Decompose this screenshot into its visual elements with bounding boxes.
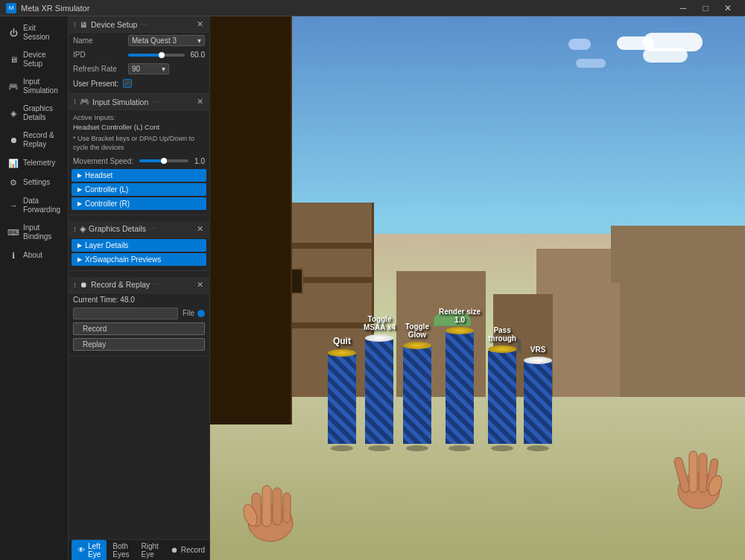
cylinder-rendersize-shadow	[448, 445, 471, 451]
telemetry-icon: 📊	[8, 158, 19, 168]
name-label: Name	[73, 36, 125, 45]
gfx-icon: ◈	[80, 224, 86, 233]
svg-rect-2	[262, 486, 271, 526]
device-setup-close-button[interactable]: ✕	[195, 19, 205, 29]
device-setup-title: Device Setup	[91, 20, 137, 29]
middle-scrollable: ⫶ 🖥 Device Setup ⋯ ✕ Name Meta Quest 3 ▾	[69, 16, 209, 539]
sidebar-label-input: Input Simulation	[23, 77, 60, 95]
sidebar-item-data-forwarding[interactable]: → Data Forwarding	[2, 193, 66, 218]
title-bar: M Meta XR Simulator ─ □ ✕	[0, 0, 745, 16]
controller-r-button[interactable]: ▶ Controller (R)	[72, 197, 206, 210]
file-input[interactable]	[73, 308, 178, 319]
record-button[interactable]: Record	[73, 322, 205, 335]
device-setup-dots: ⋯	[140, 20, 148, 29]
user-present-label: User Present:	[73, 80, 118, 88]
sidebar-item-exit-session[interactable]: ⏻ Exit Session	[2, 20, 66, 45]
rr-icon: ⏺	[80, 280, 88, 289]
hand-left-svg	[237, 467, 304, 549]
sidebar-item-input-simulation[interactable]: 🎮 Input Simulation	[2, 74, 66, 99]
layer-details-label: Layer Details	[85, 241, 128, 249]
ctrl-l-arrow: ▶	[77, 186, 82, 193]
cylinders-area: Quit ToggleMSAA x4 ToggleGlow	[328, 308, 552, 451]
sidebar-label-graphics: Graphics Details	[23, 104, 60, 122]
sidebar-item-input-bindings[interactable]: ⌨ Input Bindings	[2, 220, 66, 245]
right-eye-label: Right Eye	[141, 542, 158, 559]
middle-panel: ⫶ 🖥 Device Setup ⋯ ✕ Name Meta Quest 3 ▾	[69, 16, 210, 560]
app-icon: M	[6, 3, 16, 13]
sidebar-item-about[interactable]: ℹ About	[2, 246, 66, 264]
user-present-row: User Present: ✓	[69, 77, 209, 90]
exit-icon: ⏻	[8, 28, 19, 38]
record-bottom-icon: ⏺	[171, 546, 178, 554]
cylinder-msaa-shadow	[368, 445, 390, 451]
close-button[interactable]: ✕	[717, 0, 739, 16]
maximize-button[interactable]: □	[694, 0, 717, 16]
sidebar-item-settings[interactable]: ⚙ Settings	[2, 174, 66, 191]
svg-rect-4	[283, 493, 291, 523]
sidebar-item-device-setup[interactable]: 🖥 Device Setup	[2, 47, 66, 72]
left-eye-item[interactable]: 👁 Left Eye	[72, 540, 107, 561]
sidebar-item-telemetry[interactable]: 📊 Telemetry	[2, 154, 66, 172]
input-simulation-header: ⫶ 🎮 Input Simulation ⋯ ✕	[69, 94, 209, 110]
cylinder-glow-label: ToggleGlow	[405, 322, 429, 339]
rr-close-button[interactable]: ✕	[195, 280, 205, 290]
hand-right-container	[669, 442, 729, 517]
cylinder-glow-top	[403, 342, 431, 349]
ipd-label: IPD	[73, 51, 125, 59]
active-inputs-section: Active Inputs: Headset Controller (L) Co…	[69, 110, 209, 155]
graphics-details-section: ⫶ ◈ Graphics Details ⋯ ✕ ▶ Layer Details…	[69, 221, 209, 271]
minimize-button[interactable]: ─	[672, 0, 694, 16]
ipd-slider[interactable]	[128, 54, 185, 57]
ipd-row: IPD 60.0	[69, 48, 209, 61]
cylinder-passthrough-shadow	[491, 445, 513, 451]
ipd-value: 60.0	[191, 51, 205, 59]
input-sim-dots: ⋯	[151, 98, 159, 106]
building-mid3	[553, 283, 620, 397]
sidebar-label-about: About	[23, 251, 42, 260]
refresh-rate-label: Refresh Rate	[73, 65, 125, 73]
xrswapchain-button[interactable]: ▶ XrSwapchain Previews	[72, 253, 206, 266]
vr-viewport: Quit ToggleMSAA x4 ToggleGlow	[210, 16, 745, 560]
gfx-close-button[interactable]: ✕	[195, 224, 205, 234]
movement-speed-label: Movement Speed:	[73, 157, 136, 165]
movement-speed-slider[interactable]	[139, 159, 188, 162]
ctrl-r-label: Controller (R)	[85, 200, 130, 208]
cylinder-msaa: ToggleMSAA x4	[364, 315, 396, 451]
cylinder-vrs-shadow	[527, 445, 549, 451]
sidebar-item-record-replay[interactable]: ⏺ Record & Replay	[2, 127, 66, 153]
file-browse-button[interactable]	[197, 310, 205, 317]
movement-speed-row: Movement Speed: 1.0	[69, 155, 209, 168]
cylinder-passthrough-label: Passthrough	[488, 326, 516, 343]
controller-l-button[interactable]: ▶ Controller (L)	[72, 183, 206, 196]
left-eye-label: Left Eye	[88, 542, 101, 559]
cylinder-glow-body	[403, 347, 431, 444]
sidebar-label-device: Device Setup	[23, 51, 60, 69]
current-time-value: 48.0	[120, 296, 134, 304]
layer-details-button[interactable]: ▶ Layer Details	[72, 239, 206, 252]
input-sim-close-button[interactable]: ✕	[195, 97, 205, 106]
headset-label: Headset	[85, 171, 112, 179]
pin-icon4: ⫶	[73, 281, 77, 289]
ctrl-l-label: Controller (L)	[85, 185, 128, 194]
replay-button[interactable]: Replay	[73, 338, 205, 351]
sidebar-label-bindings: Input Bindings	[23, 223, 60, 241]
title-bar-left: M Meta XR Simulator	[6, 3, 89, 13]
active-inputs-label: Active Inputs:	[73, 113, 115, 121]
main-layout: ⏻ Exit Session 🖥 Device Setup 🎮 Input Si…	[0, 16, 745, 560]
sidebar-item-graphics-details[interactable]: ◈ Graphics Details	[2, 101, 66, 126]
cylinder-rendersize-label: Render size1.0	[439, 308, 481, 324]
name-select[interactable]: Meta Quest 3 ▾	[128, 35, 205, 46]
record-bottom-item[interactable]: ⏺ Record	[165, 544, 210, 556]
both-eyes-item[interactable]: Both Eyes	[107, 540, 135, 561]
rr-header-left: ⫶ ⏺ Record & Replay ⋯	[73, 280, 161, 289]
headset-button[interactable]: ▶ Headset	[72, 169, 206, 182]
distant-figure	[515, 339, 524, 354]
title-bar-controls[interactable]: ─ □ ✕	[672, 0, 739, 16]
refresh-rate-select[interactable]: 90 ▾	[128, 63, 169, 74]
right-eye-item[interactable]: Right Eye	[135, 540, 164, 561]
user-present-checkbox[interactable]: ✓	[123, 79, 132, 88]
headset-arrow: ▶	[77, 172, 82, 179]
ctrl-r-arrow: ▶	[77, 200, 82, 207]
xrswapchain-label: XrSwapchain Previews	[85, 255, 161, 264]
rr-title: Record & Replay	[91, 280, 150, 289]
